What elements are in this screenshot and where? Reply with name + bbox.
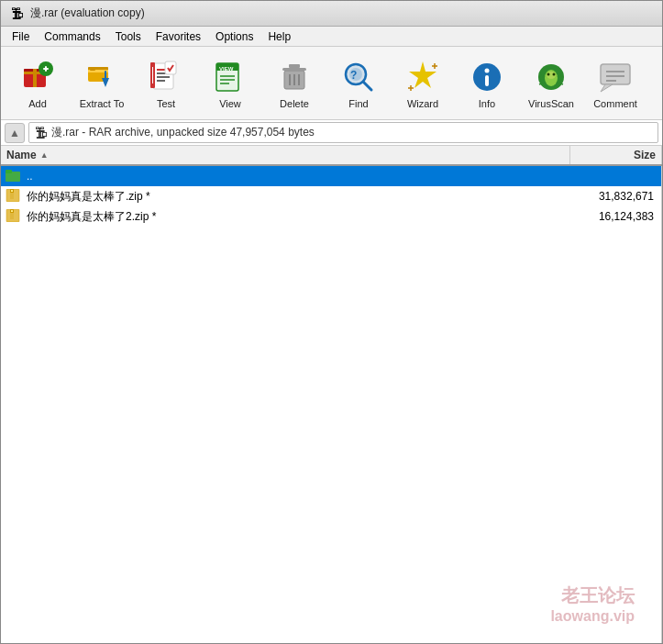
add-label: Add bbox=[28, 98, 47, 109]
table-row[interactable]: 你的妈妈真是太棒了2.zip * 16,124,383 bbox=[1, 206, 661, 227]
title-bar: 🗜 漫.rar (evaluation copy) bbox=[1, 1, 662, 27]
add-button[interactable]: Add bbox=[6, 52, 69, 115]
col-header-name[interactable]: Name ▲ bbox=[1, 146, 570, 164]
wizard-label: Wizard bbox=[407, 98, 438, 109]
menu-commands[interactable]: Commands bbox=[37, 28, 107, 45]
svg-text:VIEW: VIEW bbox=[219, 66, 234, 72]
comment-icon bbox=[596, 58, 635, 96]
svg-text:?: ? bbox=[350, 69, 357, 82]
file-size: 31,832,671 bbox=[569, 190, 661, 203]
svg-line-37 bbox=[363, 82, 371, 90]
find-button[interactable]: ? Find bbox=[327, 52, 390, 115]
menu-tools[interactable]: Tools bbox=[108, 28, 149, 45]
svg-point-50 bbox=[547, 72, 550, 75]
svg-rect-12 bbox=[105, 71, 106, 80]
zip-icon bbox=[3, 189, 23, 205]
svg-point-45 bbox=[485, 68, 490, 72]
nav-up-button[interactable]: ▲ bbox=[5, 123, 25, 143]
sort-arrow: ▲ bbox=[40, 150, 49, 160]
rar-icon: 🗜 bbox=[35, 126, 48, 140]
svg-rect-46 bbox=[485, 75, 489, 86]
test-button[interactable]: Test bbox=[135, 52, 197, 115]
svg-marker-60 bbox=[601, 84, 613, 92]
svg-rect-10 bbox=[90, 67, 95, 71]
menu-bar: File Commands Tools Favorites Options He… bbox=[1, 27, 662, 47]
wizard-button[interactable]: Wizard bbox=[392, 52, 454, 115]
file-name: 你的妈妈真是太棒了2.zip * bbox=[23, 209, 569, 225]
file-size: 16,124,383 bbox=[569, 210, 661, 223]
test-icon bbox=[147, 58, 185, 96]
menu-file[interactable]: File bbox=[5, 28, 37, 45]
file-name: .. bbox=[23, 170, 569, 183]
menu-favorites[interactable]: Favorites bbox=[149, 28, 208, 45]
view-label: View bbox=[219, 98, 241, 109]
folder-icon bbox=[3, 169, 23, 184]
table-row[interactable]: 你的妈妈真是太棒了.zip * 31,832,671 bbox=[1, 186, 661, 206]
menu-help[interactable]: Help bbox=[260, 28, 298, 45]
test-label: Test bbox=[157, 98, 175, 109]
zip-icon bbox=[3, 209, 23, 225]
view-button[interactable]: VIEW View bbox=[199, 52, 261, 115]
path-display: 🗜 漫.rar - RAR archive, unpacked size 47,… bbox=[28, 122, 658, 143]
toolbar: Add Extract To bbox=[1, 47, 662, 120]
find-label: Find bbox=[348, 98, 368, 109]
svg-rect-69 bbox=[11, 190, 13, 192]
address-bar: ▲ 🗜 漫.rar - RAR archive, unpacked size 4… bbox=[1, 120, 662, 146]
table-row[interactable]: .. bbox=[1, 166, 661, 186]
file-list-header: Name ▲ Size bbox=[1, 146, 662, 166]
virusscan-button[interactable]: VirusScan bbox=[520, 52, 582, 115]
col-header-size[interactable]: Size bbox=[570, 146, 662, 164]
menu-options[interactable]: Options bbox=[208, 28, 260, 45]
wizard-icon bbox=[403, 58, 442, 96]
svg-point-51 bbox=[553, 72, 556, 75]
virusscan-icon bbox=[532, 58, 570, 96]
app-icon: 🗜 bbox=[10, 6, 25, 21]
extract-icon bbox=[83, 58, 121, 96]
svg-rect-77 bbox=[11, 210, 13, 212]
svg-rect-65 bbox=[6, 170, 12, 173]
file-name: 你的妈妈真是太棒了.zip * bbox=[23, 189, 569, 205]
virusscan-label: VirusScan bbox=[528, 98, 574, 109]
title-text: 漫.rar (evaluation copy) bbox=[30, 6, 145, 21]
app-wrapper: 🗜 漫.rar (evaluation copy) File Commands … bbox=[0, 0, 663, 644]
info-icon bbox=[468, 58, 506, 96]
path-text: 漫.rar - RAR archive, unpacked size 47,95… bbox=[51, 125, 315, 140]
find-icon: ? bbox=[339, 58, 378, 96]
comment-label: Comment bbox=[593, 98, 637, 109]
info-button[interactable]: Info bbox=[456, 52, 518, 115]
svg-rect-33 bbox=[289, 64, 300, 68]
extract-label: Extract To bbox=[80, 98, 125, 109]
comment-button[interactable]: Comment bbox=[584, 52, 646, 115]
delete-label: Delete bbox=[280, 98, 309, 109]
extract-button[interactable]: Extract To bbox=[71, 52, 133, 115]
file-list: .. 你的妈妈真是太棒了.zip * 31,832,671 bbox=[1, 166, 662, 643]
info-label: Info bbox=[479, 98, 495, 109]
view-icon: VIEW bbox=[211, 58, 249, 96]
svg-rect-6 bbox=[45, 66, 47, 72]
delete-icon bbox=[275, 58, 314, 96]
add-icon bbox=[18, 58, 57, 96]
svg-rect-32 bbox=[282, 68, 306, 71]
delete-button[interactable]: Delete bbox=[263, 52, 326, 115]
